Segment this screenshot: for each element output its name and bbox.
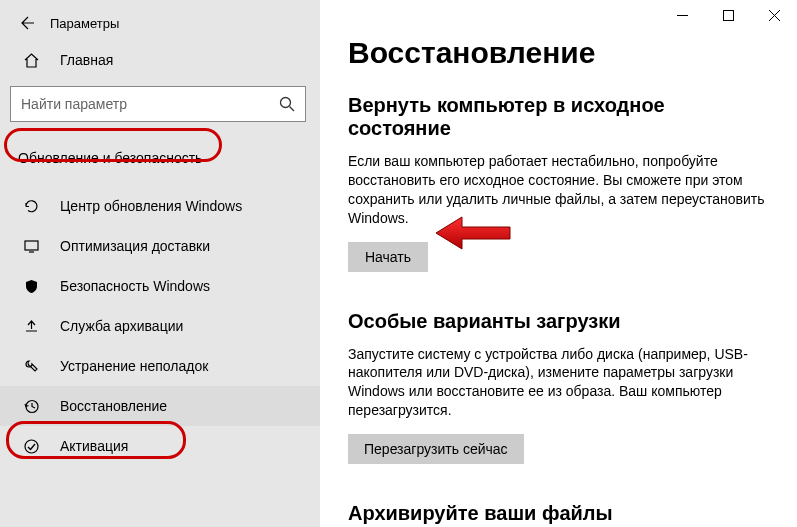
sidebar-item-delivery-optimization[interactable]: Оптимизация доставки [0,226,320,266]
search-icon [269,96,305,112]
sidebar: Параметры Главная Обновление и безопасно… [0,0,320,527]
backup-icon [20,318,42,335]
backup-files-heading: Архивируйте ваши файлы [348,502,769,525]
sidebar-item-label: Устранение неполадок [60,358,208,374]
svg-line-5 [290,107,295,112]
home-icon [20,52,42,69]
restart-now-button[interactable]: Перезагрузить сейчас [348,434,524,464]
sidebar-home-label: Главная [60,52,113,68]
advanced-startup-heading: Особые варианты загрузки [348,310,769,333]
reset-pc-description: Если ваш компьютер работает нестабильно,… [348,152,769,228]
sidebar-item-label: Активация [60,438,128,454]
sidebar-item-label: Служба архивации [60,318,183,334]
history-icon [20,398,42,415]
shield-icon [20,278,42,295]
sidebar-section-heading: Обновление и безопасность [14,144,308,172]
sidebar-item-activation[interactable]: Активация [0,426,320,466]
sidebar-item-label: Оптимизация доставки [60,238,210,254]
window-title: Параметры [44,16,119,31]
reset-pc-heading: Вернуть компьютер в исходное состояние [348,94,769,140]
reset-pc-start-button[interactable]: Начать [348,242,428,272]
sidebar-item-label: Безопасность Windows [60,278,210,294]
delivery-icon [20,238,42,255]
sidebar-item-troubleshoot[interactable]: Устранение неполадок [0,346,320,386]
svg-rect-6 [25,241,38,250]
search-input[interactable] [11,96,269,112]
backup-files-section: Архивируйте ваши файлы [348,502,769,525]
sidebar-item-windows-security[interactable]: Безопасность Windows [0,266,320,306]
search-box[interactable] [10,86,306,122]
sidebar-item-label: Восстановление [60,398,167,414]
page-title: Восстановление [348,36,769,70]
content-pane: Восстановление Вернуть компьютер в исход… [320,0,797,527]
advanced-startup-section: Особые варианты загрузки Запустите систе… [348,310,769,465]
refresh-icon [20,198,42,215]
advanced-startup-description: Запустите систему с устройства либо диск… [348,345,769,421]
svg-point-8 [25,440,38,453]
sidebar-item-backup[interactable]: Служба архивации [0,306,320,346]
sidebar-item-recovery[interactable]: Восстановление [0,386,320,426]
back-button[interactable] [8,8,44,38]
troubleshoot-icon [20,358,42,375]
sidebar-item-windows-update[interactable]: Центр обновления Windows [0,186,320,226]
reset-pc-section: Вернуть компьютер в исходное состояние Е… [348,94,769,272]
svg-point-4 [281,98,291,108]
activation-icon [20,438,42,455]
sidebar-item-label: Центр обновления Windows [60,198,242,214]
sidebar-home[interactable]: Главная [0,40,320,80]
